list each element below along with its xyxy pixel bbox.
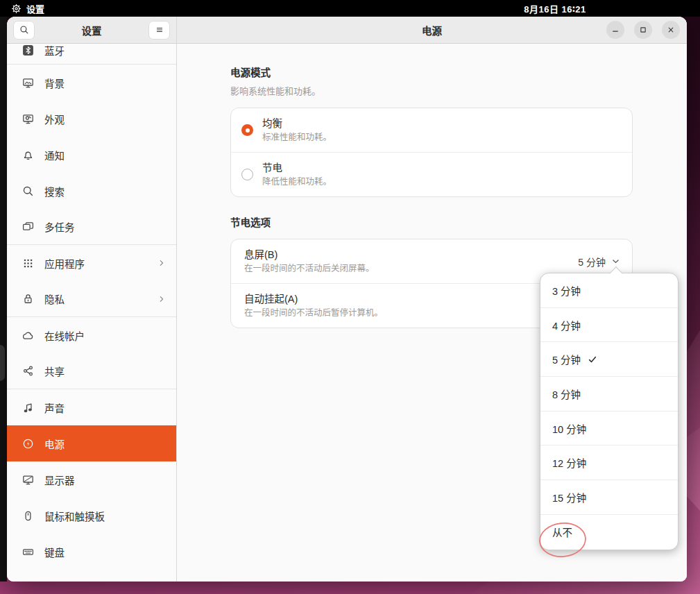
active-app-menu[interactable]: 设置 — [11, 0, 44, 17]
dropdown-option-从不[interactable]: 从不 — [540, 515, 678, 550]
dropdown-option-label: 10 分钟 — [552, 421, 586, 436]
sidebar-item-label: 共享 — [44, 364, 65, 378]
dropdown-option-label: 15 分钟 — [552, 490, 586, 504]
section-heading-power-saving: 节电选项 — [230, 217, 633, 229]
sidebar-item-多任务[interactable]: 多任务 — [7, 209, 176, 245]
chevron-right-icon — [157, 258, 167, 268]
multitasking-icon — [22, 221, 34, 232]
sidebar-item-label: 电源 — [44, 436, 65, 451]
sidebar-item-电源[interactable]: 电源 — [7, 425, 176, 461]
dropdown-option-label: 5 分钟 — [552, 352, 581, 366]
timeout-option-list: 3 分钟4 分钟5 分钟8 分钟10 分钟12 分钟15 分钟从不 — [540, 273, 678, 550]
radio-button[interactable] — [241, 124, 253, 136]
sidebar-item-在线帐户[interactable]: 在线帐户 — [7, 317, 176, 353]
sidebar-title: 设置 — [39, 23, 144, 37]
display-icon — [22, 474, 34, 486]
settings-sidebar: 设置 蓝牙背景外观通知搜索多任务应用程序隐私在线帐户共享声音电源显示器鼠标和触摸… — [7, 17, 177, 582]
sidebar-item-label: 搜索 — [44, 184, 65, 198]
active-app-label: 设置 — [26, 2, 44, 15]
dropdown-option-12 分钟[interactable]: 12 分钟 — [540, 446, 678, 480]
dropdown-option-8 分钟[interactable]: 8 分钟 — [540, 377, 678, 411]
option-description: 降低性能和功耗。 — [262, 176, 332, 187]
chevron-right-icon — [157, 294, 167, 304]
dropdown-option-3 分钟[interactable]: 3 分钟 — [540, 273, 678, 308]
power-mode-option-节电[interactable]: 节电降低性能和功耗。 — [231, 152, 632, 196]
sidebar-item-通知[interactable]: 通知 — [7, 137, 176, 173]
primary-menu-button[interactable] — [148, 21, 170, 40]
sidebar-item-蓝牙[interactable]: 蓝牙 — [7, 44, 176, 65]
system-top-bar: 设置 8月16日 16∶21 — [0, 0, 700, 17]
timeout-dropdown-button[interactable]: 5 分钟 — [578, 255, 621, 269]
main-headerbar: 电源 — [177, 17, 687, 44]
minimize-icon — [611, 25, 620, 35]
appearance-icon — [22, 113, 34, 125]
dock-peek-handle[interactable] — [0, 345, 5, 381]
apps-grid-icon — [22, 257, 34, 269]
maximize-icon — [638, 25, 648, 35]
sidebar-item-共享[interactable]: 共享 — [7, 353, 176, 389]
dropdown-option-4 分钟[interactable]: 4 分钟 — [540, 308, 678, 343]
sidebar-item-隐私[interactable]: 隐私 — [7, 281, 176, 317]
dropdown-option-label: 3 分钟 — [552, 283, 581, 298]
sidebar-item-label: 外观 — [44, 112, 65, 126]
sidebar-header: 设置 — [7, 17, 176, 44]
timeout-dropdown-popover: 3 分钟4 分钟5 分钟8 分钟10 分钟12 分钟15 分钟从不 — [540, 273, 678, 550]
sidebar-item-键盘[interactable]: 键盘 — [7, 534, 176, 570]
minimize-button[interactable] — [606, 21, 624, 39]
sidebar-item-鼠标和触摸板[interactable]: 鼠标和触摸板 — [7, 498, 176, 534]
sidebar-item-搜索[interactable]: 搜索 — [7, 173, 176, 209]
desktop-left-strip — [0, 17, 7, 582]
setting-description: 在一段时间的不活动后关闭屏幕。 — [244, 263, 578, 274]
dropdown-value: 5 分钟 — [578, 255, 606, 269]
setting-label: 息屏(B) — [244, 248, 578, 261]
search-button[interactable] — [13, 21, 35, 40]
option-description: 标准性能和功耗。 — [262, 132, 332, 143]
chevron-down-icon — [611, 256, 621, 266]
sidebar-item-label: 显示器 — [44, 473, 75, 487]
dropdown-option-10 分钟[interactable]: 10 分钟 — [540, 411, 678, 446]
sidebar-item-声音[interactable]: 声音 — [7, 389, 176, 425]
dropdown-option-15 分钟[interactable]: 15 分钟 — [540, 480, 678, 515]
section-heading-power-mode: 电源模式 — [230, 67, 633, 79]
sidebar-list: 蓝牙背景外观通知搜索多任务应用程序隐私在线帐户共享声音电源显示器鼠标和触摸板键盘… — [7, 44, 176, 582]
sidebar-item-label: 通知 — [44, 148, 65, 162]
radio-button[interactable] — [241, 169, 253, 180]
close-button[interactable] — [662, 21, 680, 39]
option-label: 节电 — [262, 162, 332, 174]
sidebar-item-外观[interactable]: 外观 — [7, 101, 176, 137]
option-text: 节电降低性能和功耗。 — [262, 162, 332, 187]
option-label: 均衡 — [262, 117, 332, 130]
sidebar-item-应用程序[interactable]: 应用程序 — [7, 245, 176, 281]
sidebar-item-打印机[interactable]: 打印机 — [7, 570, 176, 582]
sidebar-item-label: 应用程序 — [44, 256, 85, 271]
setting-text: 息屏(B)在一段时间的不活动后关闭屏幕。 — [244, 248, 578, 274]
window-controls — [606, 17, 680, 43]
sidebar-item-label: 在线帐户 — [44, 328, 85, 343]
dropdown-option-5 分钟[interactable]: 5 分钟 — [540, 342, 678, 377]
dropdown-option-label: 8 分钟 — [552, 387, 581, 401]
sidebar-item-label: 隐私 — [44, 291, 65, 306]
maximize-button[interactable] — [634, 21, 652, 39]
power-mode-option-均衡[interactable]: 均衡标准性能和功耗。 — [231, 108, 632, 152]
gear-icon — [11, 3, 22, 14]
clock-menu[interactable]: 8月16日 16∶21 — [486, 0, 624, 17]
dropdown-option-label: 4 分钟 — [552, 318, 581, 332]
sidebar-item-背景[interactable]: 背景 — [7, 65, 176, 101]
section-subtitle-power-mode: 影响系统性能和功耗。 — [230, 85, 633, 98]
sidebar-item-显示器[interactable]: 显示器 — [7, 461, 176, 498]
sidebar-item-label: 鼠标和触摸板 — [44, 509, 105, 523]
hamburger-menu-icon — [155, 25, 164, 35]
bell-icon — [22, 149, 34, 161]
dropdown-option-label: 12 分钟 — [552, 455, 586, 470]
sidebar-item-label: 蓝牙 — [44, 44, 65, 58]
sidebar-item-label: 键盘 — [44, 545, 65, 559]
option-text: 均衡标准性能和功耗。 — [262, 117, 332, 143]
power-icon — [22, 438, 34, 450]
background-icon — [22, 77, 34, 89]
dropdown-option-label: 从不 — [552, 525, 572, 539]
close-icon — [666, 25, 676, 35]
sidebar-item-label: 声音 — [44, 400, 65, 415]
sidebar-item-label: 背景 — [44, 76, 65, 90]
check-icon — [587, 354, 598, 365]
cloud-icon — [22, 330, 34, 341]
